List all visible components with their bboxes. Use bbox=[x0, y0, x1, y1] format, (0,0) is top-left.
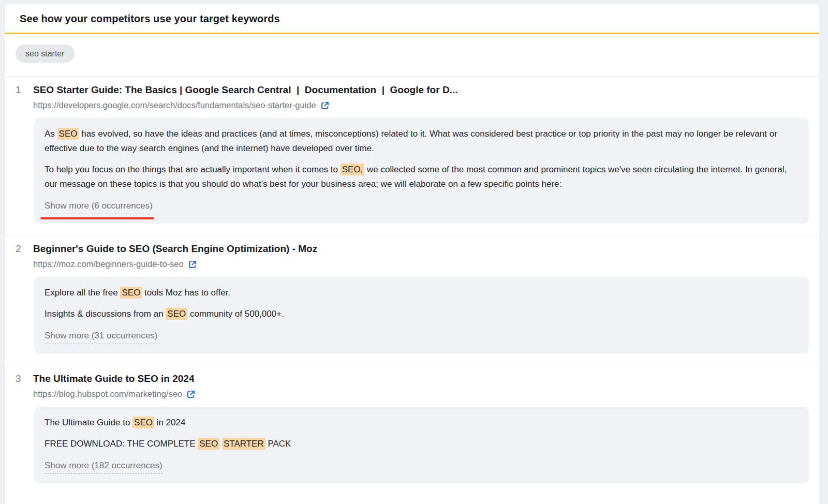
snippet-paragraph: To help you focus on the things that are… bbox=[45, 162, 799, 191]
external-link-icon[interactable] bbox=[186, 390, 196, 399]
result-item: 1 SEO Starter Guide: The Basics | Google… bbox=[5, 77, 819, 235]
keyword-highlight: SEO bbox=[198, 438, 219, 450]
result-url-text: https://moz.com/beginners-guide-to-seo bbox=[33, 258, 184, 270]
snippet-paragraph: Insights & discussions from an SEO commu… bbox=[45, 307, 799, 321]
result-url-text: https://developers.google.com/search/doc… bbox=[33, 99, 316, 111]
snippet-paragraph: FREE DOWNLOAD: THE COMPLETE SEO STARTER … bbox=[45, 437, 799, 451]
result-item: 2 Beginner's Guide to SEO (Search Engine… bbox=[5, 235, 819, 365]
show-more-wrap: Show more (182 occurrences) bbox=[45, 458, 162, 474]
snippet-paragraph: As SEO has evolved, so have the ideas an… bbox=[45, 127, 799, 156]
result-head: 1 SEO Starter Guide: The Basics | Google… bbox=[16, 83, 809, 97]
keyword-chip[interactable]: seo starter bbox=[16, 45, 75, 63]
snippet-box: The Ultimate Guide to SEO in 2024FREE DO… bbox=[34, 407, 809, 483]
result-url-row: https://developers.google.com/search/doc… bbox=[33, 99, 809, 111]
keyword-highlight: SEO bbox=[120, 287, 142, 299]
external-link-icon[interactable] bbox=[188, 260, 197, 269]
result-rank: 1 bbox=[16, 84, 33, 96]
keyword-highlight: SEO, bbox=[341, 164, 365, 175]
result-title: The Ultimate Guide to SEO in 2024 bbox=[33, 372, 194, 386]
result-title: SEO Starter Guide: The Basics | Google S… bbox=[33, 83, 457, 97]
result-title: Beginner's Guide to SEO (Search Engine O… bbox=[33, 242, 317, 256]
keyword-highlight: SEO bbox=[132, 417, 154, 428]
external-link-icon[interactable] bbox=[320, 101, 330, 110]
result-rank: 2 bbox=[16, 243, 33, 255]
keyword-highlight: SEO bbox=[57, 128, 79, 140]
card-header: See how your competitors use your target… bbox=[5, 4, 819, 25]
snippet-box: As SEO has evolved, so have the ideas an… bbox=[34, 118, 809, 224]
result-url-row: https://moz.com/beginners-guide-to-seo bbox=[33, 258, 809, 270]
show-more-wrap: Show more (6 occurrences) bbox=[45, 199, 153, 214]
results-list: 1 SEO Starter Guide: The Basics | Google… bbox=[5, 77, 819, 495]
red-annotation-line bbox=[40, 217, 154, 219]
keyword-highlight: SEO bbox=[166, 308, 187, 320]
keyword-highlight: STARTER bbox=[222, 438, 265, 450]
page-title: See how your competitors use your target… bbox=[20, 13, 805, 25]
result-url-row: https://blog.hubspot.com/marketing/seo bbox=[33, 388, 809, 400]
show-more-wrap: Show more (31 occurrences) bbox=[45, 329, 157, 344]
result-rank: 3 bbox=[16, 373, 33, 384]
competitors-keywords-card: See how your competitors use your target… bbox=[5, 4, 819, 504]
show-more-link[interactable]: Show more (6 occurrences) bbox=[45, 200, 153, 214]
show-more-link[interactable]: Show more (182 occurrences) bbox=[45, 459, 162, 474]
snippet-paragraph: Explore all the free SEO tools Moz has t… bbox=[45, 286, 799, 300]
result-item: 3 The Ultimate Guide to SEO in 2024 http… bbox=[5, 365, 819, 495]
result-head: 3 The Ultimate Guide to SEO in 2024 bbox=[16, 372, 809, 386]
keyword-chip-row: seo starter bbox=[5, 34, 819, 77]
snippet-paragraph: The Ultimate Guide to SEO in 2024 bbox=[45, 416, 799, 430]
snippet-box: Explore all the free SEO tools Moz has t… bbox=[34, 277, 809, 353]
result-head: 2 Beginner's Guide to SEO (Search Engine… bbox=[16, 242, 809, 256]
show-more-link[interactable]: Show more (31 occurrences) bbox=[45, 330, 157, 344]
result-url-text: https://blog.hubspot.com/marketing/seo bbox=[33, 388, 182, 400]
